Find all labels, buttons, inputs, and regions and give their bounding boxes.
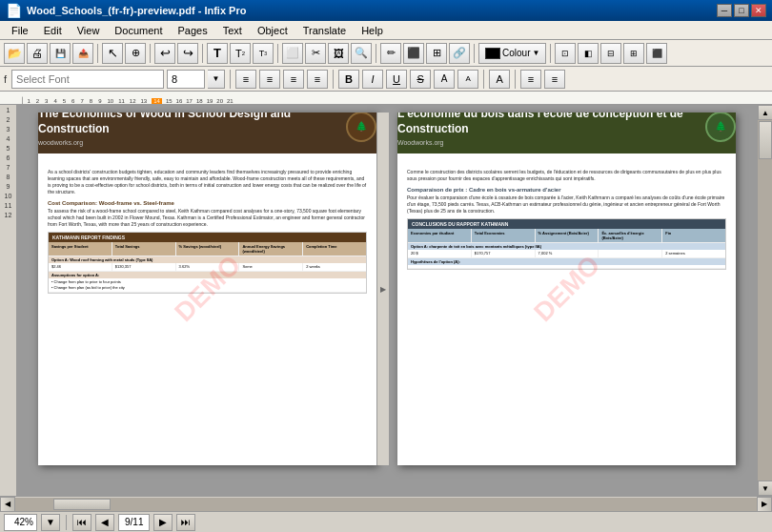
ruler-num-2: 2: [7, 116, 10, 123]
extra-btn-3[interactable]: ⊟: [600, 43, 621, 64]
page-fr[interactable]: L'économie du bois dans l'école de conce…: [397, 113, 736, 465]
scrollbar-thumb[interactable]: [759, 121, 772, 159]
horizontal-scrollbar: ◀ ▶: [0, 496, 772, 511]
crop-tool[interactable]: ✂: [305, 43, 326, 64]
zoom-dropdown[interactable]: ▼: [41, 514, 60, 531]
th-fr-3: % Assignement (Bois/Acier): [536, 229, 599, 241]
redo-button[interactable]: ↪: [177, 43, 198, 64]
ruler-num-7: 7: [7, 164, 10, 171]
minimize-button[interactable]: ─: [717, 4, 732, 17]
menu-file[interactable]: File: [4, 23, 36, 38]
divider-arrow: ▶: [380, 285, 386, 294]
save-button[interactable]: 💾: [50, 43, 71, 64]
bold-button[interactable]: B: [338, 70, 359, 89]
h-scrollbar-thumb[interactable]: [53, 499, 111, 510]
strikethrough-button[interactable]: S: [410, 70, 431, 89]
extra-btn-4[interactable]: ⊞: [623, 43, 644, 64]
pencil-tool[interactable]: ✏: [380, 43, 401, 64]
line-spacing-button[interactable]: ≡: [520, 70, 541, 89]
text-size-large[interactable]: T2: [230, 43, 251, 64]
open-button[interactable]: 📂: [4, 43, 25, 64]
extra-btn-5[interactable]: ⬛: [646, 43, 667, 64]
nav-prev-button[interactable]: ◀: [95, 514, 114, 531]
h-scrollbar-track[interactable]: [15, 498, 757, 511]
scroll-left-button[interactable]: ◀: [0, 497, 15, 512]
menu-edit[interactable]: Edit: [36, 23, 70, 38]
th-pct-savings: % Savings (wood/steel): [176, 242, 240, 255]
nav-last-button[interactable]: ⏭: [176, 514, 195, 531]
scroll-right-button[interactable]: ▶: [757, 497, 772, 512]
page-header-en: The Economics of Wood in School Design a…: [38, 113, 376, 153]
table-title-fr: CONCLUSIONS DU RAPPORT KATHMANN: [408, 219, 725, 229]
close-button[interactable]: ✕: [751, 4, 766, 17]
text-tool[interactable]: T: [207, 43, 228, 64]
align-justify-button[interactable]: ≡: [307, 70, 328, 89]
table-subhead-fr: Option A: charpente de toit en bois avec…: [408, 243, 725, 250]
font-sep-1: [230, 70, 231, 89]
header-title-fr: L'économie du bois dans l'école de conce…: [397, 113, 705, 146]
font-name-input[interactable]: [11, 70, 164, 89]
zoom-tool[interactable]: 🔍: [351, 43, 372, 64]
td-assumptions-en: • Change from plan to price to four poin…: [49, 278, 366, 292]
ruler-num-12: 12: [5, 212, 12, 218]
select-tool[interactable]: ⊕: [125, 43, 146, 64]
italic-button[interactable]: I: [362, 70, 383, 89]
menu-object[interactable]: Object: [250, 23, 295, 38]
colour-label: Colour: [502, 48, 530, 58]
image-tool[interactable]: 🖼: [328, 43, 349, 64]
ruler: │ 1 2 3 4 5 6 7 8 9 10 11 12 13 14 15 16…: [0, 92, 772, 105]
total-pages: 11: [132, 517, 143, 527]
menu-pages[interactable]: Pages: [171, 23, 215, 38]
underline-button[interactable]: U: [386, 70, 407, 89]
eraser-tool[interactable]: ⬛: [403, 43, 424, 64]
font-size-input[interactable]: [167, 70, 205, 89]
extra-btn-1[interactable]: ⊡: [555, 43, 576, 64]
page-indicator: 9 / 11: [118, 514, 150, 531]
scrollbar-track[interactable]: [758, 120, 772, 481]
pages-container[interactable]: The Economics of Wood in School Design a…: [17, 105, 757, 496]
menu-view[interactable]: View: [70, 23, 108, 38]
menu-document[interactable]: Document: [107, 23, 170, 38]
zoom-input[interactable]: [4, 514, 37, 531]
table-data-row-en: $2.46 $130,357 3.62% Some 2 weeks: [49, 263, 366, 272]
nav-play-button[interactable]: ▶: [153, 514, 173, 531]
menu-translate[interactable]: Translate: [295, 23, 354, 38]
section-text-fr: Pour évaluer la comparaison d'une école …: [407, 194, 726, 215]
link-tool[interactable]: 🔗: [449, 43, 470, 64]
nav-first-button[interactable]: ⏮: [72, 514, 91, 531]
td-fr-4: [599, 250, 662, 257]
text-size-small[interactable]: T3: [253, 43, 274, 64]
align-center-button[interactable]: ≡: [259, 70, 280, 89]
ruler-num-4: 4: [7, 135, 10, 142]
page-fr-wrapper: L'économie du bois dans l'école de conce…: [397, 113, 736, 465]
maximize-button[interactable]: □: [734, 4, 749, 17]
align-left-button[interactable]: ≡: [235, 70, 256, 89]
font-size-dropdown[interactable]: ▼: [208, 70, 225, 89]
td-fr-5: 2 semaines: [662, 250, 725, 257]
menu-text[interactable]: Text: [215, 23, 250, 38]
undo-button[interactable]: ↩: [154, 43, 175, 64]
window-title: Wood_Schools_(fr-fr)-preview.pdf - Infix…: [27, 5, 717, 16]
table-data-row-fr: 20 $ $170,757 7,002 % 2 semaines: [408, 250, 725, 258]
page-en[interactable]: The Economics of Wood in School Design a…: [38, 113, 376, 465]
print-button[interactable]: 🖨: [27, 43, 48, 64]
font-sep-3: [483, 70, 484, 89]
superscript-button[interactable]: A: [434, 70, 455, 89]
scroll-up-button[interactable]: ▲: [758, 105, 772, 120]
colour-swatch: [485, 48, 500, 59]
scroll-down-button[interactable]: ▼: [758, 481, 772, 496]
subscript-button[interactable]: A: [457, 70, 478, 89]
intro-text-fr: Comme le construction des districts scol…: [407, 169, 726, 182]
pointer-tool[interactable]: ↖: [102, 43, 123, 64]
extra-btn-2[interactable]: ◧: [578, 43, 599, 64]
para-spacing-button[interactable]: ≡: [544, 70, 565, 89]
colour-button[interactable]: Colour ▼: [478, 43, 546, 64]
intro-text-en: As a school districts' construction budg…: [48, 169, 367, 195]
align-right-button[interactable]: ≡: [283, 70, 304, 89]
export-button[interactable]: 📤: [72, 43, 93, 64]
shape-tool[interactable]: ⬜: [282, 43, 303, 64]
grid-tool[interactable]: ⊞: [426, 43, 447, 64]
th-total-savings: Total Savings: [112, 242, 176, 255]
highlight-button[interactable]: A: [489, 70, 510, 89]
menu-help[interactable]: Help: [354, 23, 391, 38]
